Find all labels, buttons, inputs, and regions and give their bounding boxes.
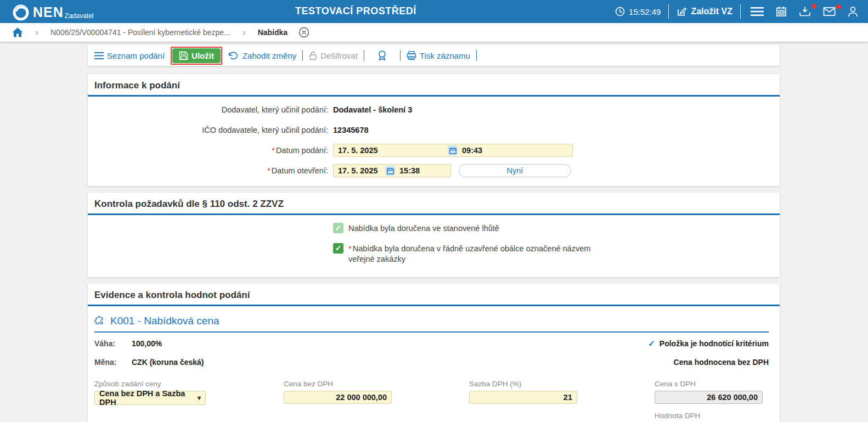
user-profile-button[interactable]: [846, 6, 860, 17]
record-toolbar: Seznam podání Uložit Zahodit změny: [88, 45, 780, 66]
checkbox-delivered-on-time-label: Nabídka byla doručena ve stanovené lhůtě: [348, 223, 499, 234]
certificate-button[interactable]: [370, 50, 394, 61]
create-vz-button[interactable]: Založit VZ: [677, 7, 732, 17]
currency-label: Měna:: [94, 358, 132, 367]
datepicker-button[interactable]: [448, 145, 458, 155]
nen-logo-icon: [12, 4, 30, 21]
download-notification-badge: [811, 4, 816, 9]
mail-icon: [823, 7, 836, 16]
weight-value: 100,00%: [132, 339, 162, 348]
award-ribbon-icon: [377, 50, 387, 61]
submit-date-value[interactable]: 17. 5. 2025: [338, 146, 443, 155]
clock-icon: [615, 7, 625, 16]
vat-rate-input[interactable]: [469, 391, 577, 404]
save-button-highlight: Uložit: [171, 47, 222, 65]
close-tab-button[interactable]: [298, 27, 309, 38]
requirements-check-section: Kontrola požadavků dle § 110 odst. 2 ZZV…: [88, 193, 780, 277]
create-vz-label: Založit VZ: [691, 7, 732, 16]
print-record-label: Tisk záznamu: [420, 51, 470, 60]
submit-datetime-field[interactable]: 17. 5. 2025 09:43: [333, 144, 573, 157]
discard-changes-label: Zahodit změny: [243, 51, 296, 60]
price-mode-selected: Cena bez DPH a Sazba DPH: [99, 389, 198, 407]
hamburger-icon: [751, 7, 764, 16]
list-icon: [94, 52, 104, 59]
print-record-button[interactable]: Tisk záznamu: [407, 51, 470, 60]
required-marker: *: [348, 244, 352, 253]
supplier-value: Dodavatel - školení 3: [333, 105, 412, 114]
current-time: 15:52:49: [629, 7, 661, 16]
price-mode-select[interactable]: Cena bez DPH a Sazba DPH ▾: [94, 391, 206, 405]
clock-display: 15:52:49: [615, 7, 661, 16]
calendar-button[interactable]: [774, 6, 789, 17]
environment-title: TESTOVACÍ PROSTŘEDÍ: [295, 5, 416, 17]
submission-list-label: Seznam podání: [107, 51, 165, 60]
section-title: Kontrola požadavků dle § 110 odst. 2 ZZV…: [88, 193, 780, 213]
person-icon: [848, 6, 858, 17]
divider: [668, 4, 669, 19]
ico-label: IČO dodavatele, který učinil podání:: [88, 126, 328, 134]
price-gross-label: Cena s DPH: [655, 380, 763, 388]
calendar-small-icon: [387, 167, 394, 175]
price-net-label: Cena bez DPH: [284, 380, 392, 388]
breadcrumb-item-current: Nabídka: [258, 28, 288, 37]
calendar-small-icon: [449, 147, 456, 154]
save-button-label: Uložit: [191, 51, 214, 60]
vat-amount-label: Hodnota DPH: [655, 412, 763, 420]
criterion-header: K001 - Nabídková cena: [94, 306, 769, 331]
app-logo[interactable]: NEN Zadavatel: [12, 2, 94, 21]
values-section: Evidence a kontrola hodnot podání K001 -…: [88, 284, 780, 422]
weight-label: Váha:: [94, 339, 132, 348]
submission-info-section: Informace k podání Dodavatel, který učin…: [88, 74, 780, 186]
puzzle-icon: [94, 316, 105, 327]
divider: [740, 4, 741, 19]
open-time-value[interactable]: 15:38: [399, 166, 420, 175]
supplier-label: Dodavatel, který učinil podání:: [88, 105, 328, 114]
breadcrumb-separator: ›: [243, 27, 246, 37]
toolbar-divider: [302, 50, 303, 61]
messages-button[interactable]: [821, 7, 838, 16]
submit-time-value[interactable]: 09:43: [462, 146, 482, 155]
criterion-title: K001 - Nabídková cena: [110, 315, 219, 327]
criterion-flag: ✓ Položka je hodnotící kritérium: [648, 339, 769, 348]
now-button[interactable]: Nyní: [459, 164, 571, 177]
breadcrumb-item-procurement[interactable]: N006/25/V00004741 - Posílení kybernetick…: [50, 28, 230, 37]
brand-subtitle: Zadavatel: [65, 12, 94, 20]
main-menu-button[interactable]: [748, 7, 766, 16]
required-marker: *: [267, 166, 270, 175]
vat-evaluation-flag: Cena hodnocena bez DPH: [674, 358, 769, 367]
open-datetime-field[interactable]: 17. 5. 2025 15:38: [333, 164, 451, 177]
home-icon: [12, 27, 23, 37]
edit-icon: [677, 7, 687, 17]
top-header-bar: NEN Zadavatel TESTOVACÍ PROSTŘEDÍ 15:52:…: [0, 0, 868, 23]
open-date-label: *Datum otevření:: [88, 166, 328, 175]
section-title: Evidence a kontrola hodnot podání: [88, 284, 780, 305]
datepicker-button[interactable]: [385, 166, 395, 176]
checkbox-sealed-envelope[interactable]: ✓: [333, 243, 343, 254]
calendar-icon: [776, 6, 787, 17]
decrypt-label: Dešifrovat: [320, 51, 358, 60]
chevron-down-icon: ▾: [198, 394, 201, 402]
undo-icon: [228, 52, 239, 60]
currency-value: CZK (koruna česká): [132, 358, 204, 367]
criterion-rule: [94, 331, 769, 333]
submission-list-button[interactable]: Seznam podání: [94, 51, 165, 60]
save-button[interactable]: Uložit: [172, 48, 221, 63]
decrypt-button: Dešifrovat: [309, 51, 358, 60]
submit-date-label: *Datum podání:: [88, 146, 328, 155]
discard-changes-button[interactable]: Zahodit změny: [228, 51, 296, 60]
mail-notification-badge: [836, 4, 841, 9]
floppy-icon: [179, 51, 188, 60]
required-marker: *: [272, 146, 275, 155]
toolbar-divider: [476, 50, 477, 61]
checkbox-delivered-on-time: ✓: [333, 223, 343, 233]
home-button[interactable]: [12, 27, 23, 37]
open-date-value[interactable]: 17. 5. 2025: [338, 166, 381, 175]
downloads-button[interactable]: [797, 6, 813, 17]
close-circle-icon: [298, 27, 309, 38]
page-background: Seznam podání Uložit Zahodit změny: [0, 42, 868, 422]
criterion-flag-label: Položka je hodnotící kritérium: [660, 339, 769, 348]
price-mode-label: Způsob zadání ceny: [94, 380, 206, 388]
checkbox-sealed-envelope-label: *Nabídka byla doručena v řádně uzavřené …: [348, 243, 595, 265]
toolbar-divider: [364, 50, 364, 61]
price-net-input[interactable]: [284, 391, 392, 404]
